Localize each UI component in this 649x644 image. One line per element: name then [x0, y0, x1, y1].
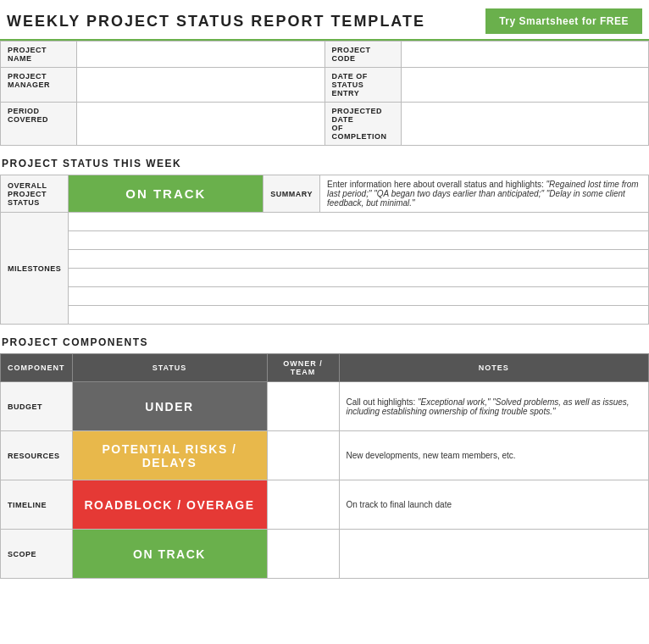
budget-notes: Call out highlights: "Exceptional work,"… — [339, 382, 649, 431]
project-code-value[interactable] — [401, 42, 649, 68]
table-row: SCOPE ON TRACK — [1, 530, 649, 579]
resources-owner[interactable] — [267, 431, 339, 480]
col-header-owner: OWNER / TEAM — [267, 354, 339, 382]
milestone-row-4[interactable] — [69, 269, 649, 287]
summary-text: Enter information here about overall sta… — [320, 175, 649, 213]
budget-owner[interactable] — [267, 382, 339, 431]
timeline-notes: On track to final launch date — [339, 480, 649, 530]
milestones-label: MILESTONES — [1, 213, 69, 325]
project-manager-value[interactable] — [77, 68, 325, 103]
scope-notes — [339, 530, 649, 579]
timeline-status: ROADBLOCK / OVERAGE — [72, 480, 267, 530]
budget-status: UNDER — [72, 382, 267, 431]
projected-completion-label: PROJECTED DATEOF COMPLETION — [324, 103, 401, 146]
summary-label: SUMMARY — [263, 175, 320, 213]
timeline-label: TIMELINE — [1, 480, 73, 530]
page-header: WEEKLY PROJECT STATUS REPORT TEMPLATE Tr… — [0, 0, 649, 41]
col-header-notes: NOTES — [339, 354, 649, 382]
scope-status: ON TRACK — [72, 530, 267, 579]
overall-status-value: ON TRACK — [69, 175, 263, 213]
milestone-row-2[interactable] — [69, 231, 649, 250]
project-manager-label: PROJECTMANAGER — [1, 68, 77, 103]
col-header-component: COMPONENT — [1, 354, 73, 382]
project-info-table: PROJECT NAME PROJECT CODE PROJECTMANAGER… — [0, 41, 649, 146]
date-status-label: DATE OF STATUSENTRY — [324, 68, 401, 103]
timeline-owner[interactable] — [267, 480, 339, 530]
date-status-value[interactable] — [401, 68, 649, 103]
project-status-table: OVERALL PROJECT STATUS ON TRACK SUMMARY … — [0, 175, 649, 325]
project-code-label: PROJECT CODE — [324, 42, 401, 68]
col-header-status: STATUS — [72, 354, 267, 382]
scope-owner[interactable] — [267, 530, 339, 579]
milestone-row-6[interactable] — [69, 306, 649, 325]
resources-notes: New developments, new team members, etc. — [339, 431, 649, 480]
milestone-row-3[interactable] — [69, 250, 649, 269]
period-covered-value[interactable] — [77, 103, 325, 146]
overall-status-label: OVERALL PROJECT STATUS — [1, 175, 69, 213]
cta-button[interactable]: Try Smartsheet for FREE — [485, 8, 642, 34]
projected-completion-value[interactable] — [401, 103, 649, 146]
milestone-row-5[interactable] — [69, 287, 649, 306]
components-section-title: PROJECT COMPONENTS — [0, 336, 649, 348]
project-name-label: PROJECT NAME — [1, 42, 77, 68]
period-covered-label: PERIOD COVERED — [1, 103, 77, 146]
scope-label: SCOPE — [1, 530, 73, 579]
table-row: TIMELINE ROADBLOCK / OVERAGE On track to… — [1, 480, 649, 530]
status-week-section-title: PROJECT STATUS THIS WEEK — [0, 158, 649, 169]
table-row: BUDGET UNDER Call out highlights: "Excep… — [1, 382, 649, 431]
project-name-value[interactable] — [77, 42, 325, 68]
page-title: WEEKLY PROJECT STATUS REPORT TEMPLATE — [7, 13, 425, 31]
resources-status: POTENTIAL RISKS / DELAYS — [72, 431, 267, 480]
milestone-row-1[interactable] — [69, 213, 649, 231]
components-table: COMPONENT STATUS OWNER / TEAM NOTES BUDG… — [0, 353, 649, 579]
resources-label: RESOURCES — [1, 431, 73, 480]
table-row: RESOURCES POTENTIAL RISKS / DELAYS New d… — [1, 431, 649, 480]
budget-label: BUDGET — [1, 382, 73, 431]
